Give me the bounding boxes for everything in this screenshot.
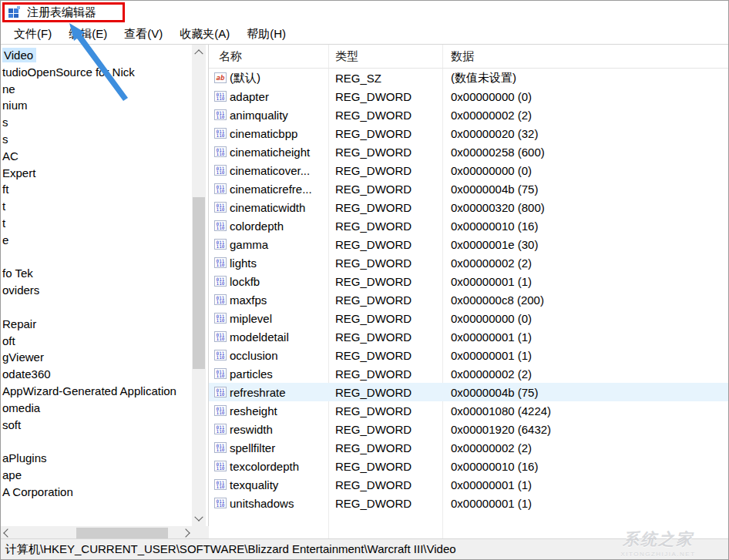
tree-item[interactable] bbox=[1, 249, 192, 266]
tree-item[interactable] bbox=[1, 433, 192, 450]
tree-item[interactable]: odate360 bbox=[1, 366, 192, 383]
registry-value-row[interactable]: texquality REG_DWORD 0x00000001 (1) bbox=[209, 475, 729, 494]
menu-edit[interactable]: 编辑(E) bbox=[60, 24, 116, 44]
scroll-down-button[interactable] bbox=[192, 512, 206, 526]
registry-value-row[interactable]: resheight REG_DWORD 0x00001080 (4224) bbox=[209, 401, 729, 420]
tree-item[interactable]: Expert bbox=[1, 165, 192, 182]
value-name: lockfb bbox=[230, 275, 328, 288]
value-name: cinematicwidth bbox=[230, 201, 328, 214]
value-name: lights bbox=[230, 257, 328, 270]
tree-vertical-scrollbar[interactable] bbox=[192, 45, 206, 526]
tree-item[interactable]: ne bbox=[1, 81, 192, 98]
tree-item[interactable]: soft bbox=[1, 417, 192, 434]
value-name: cinematicheight bbox=[230, 146, 328, 159]
reg-dword-icon bbox=[214, 350, 227, 360]
registry-value-row[interactable]: animquality REG_DWORD 0x00000002 (2) bbox=[209, 106, 729, 124]
tree-item[interactable]: s bbox=[1, 131, 192, 148]
tree-item[interactable]: oft bbox=[1, 333, 192, 350]
registry-value-row[interactable]: colordepth REG_DWORD 0x00000010 (16) bbox=[209, 216, 729, 235]
registry-value-row[interactable]: lights REG_DWORD 0x00000002 (2) bbox=[209, 253, 729, 272]
tree-item[interactable]: fo Tek bbox=[1, 265, 192, 282]
reg-dword-icon bbox=[214, 109, 227, 120]
value-type: REG_DWORD bbox=[328, 386, 442, 399]
tree-item[interactable]: A Corporation bbox=[1, 484, 192, 501]
tree-item[interactable]: aPlugins bbox=[1, 450, 192, 467]
registry-value-row[interactable]: texcolordepth REG_DWORD 0x00000010 (16) bbox=[209, 457, 729, 475]
tree-item[interactable] bbox=[1, 501, 192, 518]
value-name: miplevel bbox=[230, 312, 328, 325]
tree-item[interactable]: tudioOpenSource for Nick bbox=[1, 64, 192, 81]
registry-value-row[interactable]: modeldetail REG_DWORD 0x00000001 (1) bbox=[209, 327, 729, 346]
tree-item[interactable]: t bbox=[1, 215, 192, 232]
vertical-scroll-thumb[interactable] bbox=[193, 197, 205, 369]
tree-item[interactable]: Repair bbox=[1, 316, 192, 333]
tree-item-video[interactable]: Video bbox=[1, 47, 192, 64]
tree-item[interactable]: s bbox=[1, 114, 192, 131]
tree-item[interactable] bbox=[1, 299, 192, 316]
value-type: REG_DWORD bbox=[328, 349, 442, 362]
value-data: 0x00000001 (1) bbox=[442, 275, 729, 288]
tree-item[interactable]: ft bbox=[1, 181, 192, 198]
reg-dword-icon bbox=[214, 294, 227, 305]
reg-dword-icon bbox=[214, 220, 227, 231]
column-header-name[interactable]: 名称 bbox=[209, 45, 328, 68]
tree-item[interactable]: t bbox=[1, 198, 192, 215]
registry-value-row[interactable]: unitshadows REG_DWORD 0x00000001 (1) bbox=[209, 494, 729, 512]
menu-file[interactable]: 文件(F) bbox=[5, 24, 60, 44]
registry-value-row[interactable]: miplevel REG_DWORD 0x00000000 (0) bbox=[209, 309, 729, 327]
registry-value-row[interactable]: occlusion REG_DWORD 0x00000001 (1) bbox=[209, 346, 729, 364]
horizontal-scroll-thumb[interactable] bbox=[76, 528, 168, 538]
registry-value-row[interactable]: cinematicover... REG_DWORD 0x00000000 (0… bbox=[209, 161, 729, 179]
registry-value-row[interactable]: reswidth REG_DWORD 0x00001920 (6432) bbox=[209, 420, 729, 438]
registry-value-row[interactable]: (默认) REG_SZ (数值未设置) bbox=[209, 69, 729, 87]
reg-sz-icon bbox=[214, 72, 227, 83]
tree-item[interactable]: gViewer bbox=[1, 349, 192, 366]
registry-value-row[interactable]: cinematicheight REG_DWORD 0x00000258 (60… bbox=[209, 143, 729, 161]
value-type: REG_DWORD bbox=[328, 238, 442, 251]
reg-dword-icon bbox=[214, 479, 227, 490]
selected-key-path: 计算机\HKEY_CURRENT_USER\SOFTWARE\Blizzard … bbox=[5, 542, 456, 555]
tree-item[interactable]: oviders bbox=[1, 282, 192, 299]
menu-help[interactable]: 帮助(H) bbox=[238, 24, 294, 44]
tree-item[interactable]: AppWizard-Generated Application bbox=[1, 383, 192, 400]
value-data: 0x00001080 (4224) bbox=[442, 404, 729, 417]
value-type: REG_DWORD bbox=[328, 312, 442, 325]
value-name: animquality bbox=[230, 109, 328, 122]
value-type: REG_DWORD bbox=[328, 330, 442, 344]
reg-dword-icon bbox=[214, 165, 227, 176]
value-data: 0x00000001 (1) bbox=[442, 497, 729, 510]
reg-dword-icon bbox=[214, 202, 227, 213]
registry-value-row[interactable]: cinematicbpp REG_DWORD 0x00000020 (32) bbox=[209, 124, 729, 143]
registry-value-row[interactable]: maxfps REG_DWORD 0x000000c8 (200) bbox=[209, 290, 729, 309]
main-area: Video tudioOpenSource for Nick ne nium s… bbox=[1, 45, 729, 540]
value-name: maxfps bbox=[230, 293, 328, 307]
reg-dword-icon bbox=[214, 331, 227, 342]
registry-value-row[interactable]: particles REG_DWORD 0x00000002 (2) bbox=[209, 364, 729, 383]
value-type: REG_DWORD bbox=[328, 90, 442, 103]
tree-item[interactable]: AC bbox=[1, 148, 192, 165]
registry-value-row[interactable]: gamma REG_DWORD 0x0000001e (30) bbox=[209, 235, 729, 253]
value-type: REG_DWORD bbox=[328, 220, 442, 233]
tree-item[interactable]: e bbox=[1, 232, 192, 249]
registry-value-row[interactable]: cinematicrefre... REG_DWORD 0x0000004b (… bbox=[209, 179, 729, 198]
value-type: REG_DWORD bbox=[328, 109, 442, 122]
window-title: 注册表编辑器 bbox=[27, 1, 96, 24]
scroll-up-button[interactable] bbox=[192, 45, 206, 59]
registry-value-row[interactable]: cinematicwidth REG_DWORD 0x00000320 (800… bbox=[209, 198, 729, 216]
menu-favorites[interactable]: 收藏夹(A) bbox=[171, 24, 238, 44]
column-header-type[interactable]: 类型 bbox=[328, 45, 442, 68]
value-type: REG_DWORD bbox=[328, 460, 442, 473]
registry-value-row[interactable]: adapter REG_DWORD 0x00000000 (0) bbox=[209, 87, 729, 106]
value-data: 0x00000010 (16) bbox=[442, 220, 729, 233]
registry-value-row[interactable]: lockfb REG_DWORD 0x00000001 (1) bbox=[209, 272, 729, 290]
tree-item[interactable]: omedia bbox=[1, 400, 192, 417]
value-data: 0x00000258 (600) bbox=[442, 146, 729, 159]
tree-item[interactable]: ape bbox=[1, 467, 192, 484]
column-header-data[interactable]: 数据 bbox=[442, 45, 729, 68]
tree-item[interactable]: nium bbox=[1, 97, 192, 114]
registry-value-row-selected[interactable]: refreshrate REG_DWORD 0x0000004b (75) bbox=[209, 383, 729, 401]
menu-view[interactable]: 查看(V) bbox=[116, 24, 171, 44]
value-name: modeldetail bbox=[230, 330, 328, 344]
value-name: unitshadows bbox=[230, 497, 328, 510]
registry-value-row[interactable]: spellfilter REG_DWORD 0x00000002 (2) bbox=[209, 438, 729, 457]
